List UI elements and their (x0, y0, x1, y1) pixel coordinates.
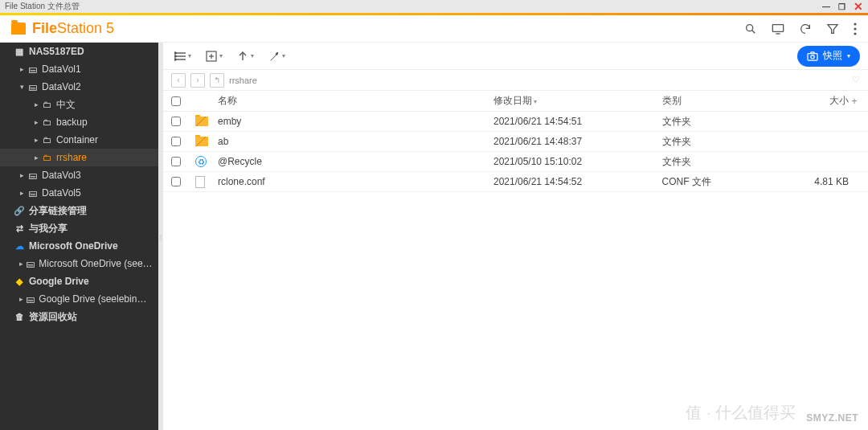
tree-datavol2-container[interactable]: ▸🗀Container (0, 131, 158, 149)
nav-up-button[interactable]: ↰ (210, 73, 224, 88)
upload-button[interactable]: ▾ (234, 47, 257, 65)
svg-rect-2 (772, 24, 783, 31)
more-menu-icon[interactable] (854, 23, 857, 35)
row-checkbox[interactable] (171, 157, 181, 166)
file-grid-header: 名称 修改日期▾ 类别 大小 + (163, 91, 868, 112)
window-minimize-button[interactable]: — (822, 2, 830, 11)
tree-datavol2-backup[interactable]: ▸🗀backup (0, 113, 158, 131)
sidebar-tree: ▦NAS5187ED ▸🖴DataVol1 ▾🖴DataVol2 ▸🗀中文 ▸🗀… (0, 43, 158, 430)
tree-datavol1[interactable]: ▸🖴DataVol1 (0, 60, 158, 78)
column-name[interactable]: 名称 (218, 94, 493, 108)
file-icon (195, 176, 205, 188)
file-panel: ▾ ▾ ▾ ▾ 快照 ▾ ‹ › ↰ rr (163, 43, 868, 430)
svg-point-13 (174, 59, 176, 60)
sort-desc-icon: ▾ (534, 98, 537, 105)
row-type: 文件夹 (662, 155, 784, 169)
tree-datavol2-cn[interactable]: ▸🗀中文 (0, 96, 158, 113)
view-mode-button[interactable]: ▾ (171, 48, 194, 64)
window-title: File Station 文件总管 (5, 1, 80, 12)
file-toolbar: ▾ ▾ ▾ ▾ 快照 ▾ (163, 43, 868, 70)
favorite-icon[interactable]: ♡ (852, 75, 860, 85)
svg-point-12 (174, 55, 176, 57)
remote-desktop-icon[interactable] (772, 23, 784, 35)
row-name: @Recycle (218, 156, 493, 167)
row-date: 2021/05/10 15:10:02 (493, 156, 662, 167)
folder-open-icon (195, 117, 208, 126)
tree-datavol3[interactable]: ▸🖴DataVol3 (0, 166, 158, 184)
svg-point-0 (747, 24, 753, 31)
column-configure-button[interactable]: + (849, 96, 860, 107)
brand-bar: FileStation 5 (0, 15, 868, 43)
row-date: 2021/06/21 14:48:37 (493, 136, 662, 147)
file-grid-body: emby2021/06/21 14:54:51文件夹ab2021/06/21 1… (163, 112, 868, 192)
tree-onedrive[interactable]: ☁Microsoft OneDrive (0, 237, 158, 255)
snapshot-button[interactable]: 快照 ▾ (797, 46, 860, 67)
table-row[interactable]: ab2021/06/21 14:48:37文件夹 (163, 132, 868, 152)
path-bar: ‹ › ↰ rrshare ♡ (163, 70, 868, 91)
app-title-bold: File (32, 20, 57, 36)
app-logo-icon (11, 23, 26, 35)
tree-shared-with-me[interactable]: ⇄与我分享 (0, 219, 158, 237)
tree-gdrive[interactable]: ◆Google Drive (0, 272, 158, 290)
column-size[interactable]: 大小 (784, 94, 849, 108)
table-row[interactable]: rclone.conf2021/06/21 14:54:52CONF 文件4.8… (163, 172, 868, 192)
filter-icon[interactable] (826, 23, 839, 35)
app-title: FileStation 5 (32, 20, 114, 37)
svg-marker-4 (828, 24, 837, 33)
row-size: 4.81 KB (784, 176, 849, 187)
select-all-checkbox[interactable] (171, 96, 181, 106)
snapshot-button-label: 快照 (823, 49, 842, 63)
svg-point-11 (174, 52, 176, 54)
row-checkbox[interactable] (171, 117, 181, 126)
svg-point-5 (854, 23, 856, 25)
row-type: 文件夹 (662, 135, 784, 149)
row-checkbox[interactable] (171, 177, 181, 186)
refresh-icon[interactable] (799, 23, 812, 35)
tree-share-links[interactable]: 🔗分享链接管理 (0, 202, 158, 219)
recycle-icon (195, 156, 207, 167)
svg-point-6 (854, 27, 856, 30)
tree-datavol2-rrshare[interactable]: ▸🗀rrshare (0, 149, 158, 166)
table-row[interactable]: emby2021/06/21 14:54:51文件夹 (163, 112, 868, 132)
row-date: 2021/06/21 14:54:51 (493, 116, 662, 127)
window-maximize-button[interactable]: ❐ (838, 2, 845, 11)
nav-forward-button[interactable]: › (190, 73, 205, 88)
row-type: 文件夹 (662, 115, 784, 129)
search-icon[interactable] (744, 23, 757, 35)
svg-line-1 (752, 30, 755, 33)
watermark-zhi: 值 · 什么值得买 (686, 402, 796, 424)
tree-datavol5[interactable]: ▸🖴DataVol5 (0, 184, 158, 202)
table-row[interactable]: @Recycle2021/05/10 15:10:02文件夹 (163, 152, 868, 172)
svg-rect-18 (808, 53, 817, 60)
tree-recycle-bin[interactable]: 🗑资源回收站 (0, 308, 158, 326)
window-titlebar: File Station 文件总管 — ❐ ✕ (0, 0, 868, 13)
tree-onedrive-account[interactable]: ▸🖴Microsoft OneDrive (seelebin@ (0, 255, 158, 272)
window-close-button[interactable]: ✕ (854, 2, 863, 11)
row-name: emby (218, 116, 493, 127)
tree-gdrive-account[interactable]: ▸🖴Google Drive (seelebin@gmail. (0, 290, 158, 308)
breadcrumb[interactable]: rrshare (229, 76, 257, 85)
nav-back-button[interactable]: ‹ (171, 73, 186, 88)
row-type: CONF 文件 (662, 175, 784, 189)
app-title-light: Station 5 (57, 20, 114, 36)
row-checkbox[interactable] (171, 137, 181, 146)
create-button[interactable]: ▾ (203, 47, 226, 65)
row-name: rclone.conf (218, 176, 493, 187)
column-date[interactable]: 修改日期▾ (493, 94, 662, 108)
row-date: 2021/06/21 14:54:52 (493, 176, 662, 187)
folder-open-icon (195, 137, 208, 146)
tree-datavol2[interactable]: ▾🖴DataVol2 (0, 78, 158, 96)
tools-button[interactable]: ▾ (265, 47, 289, 65)
row-name: ab (218, 136, 493, 147)
tree-nas-root[interactable]: ▦NAS5187ED (0, 43, 158, 60)
svg-point-19 (811, 55, 814, 58)
watermark-smyz: SMYZ.NET (806, 412, 858, 424)
column-type[interactable]: 类别 (662, 94, 784, 108)
svg-point-7 (854, 32, 856, 35)
